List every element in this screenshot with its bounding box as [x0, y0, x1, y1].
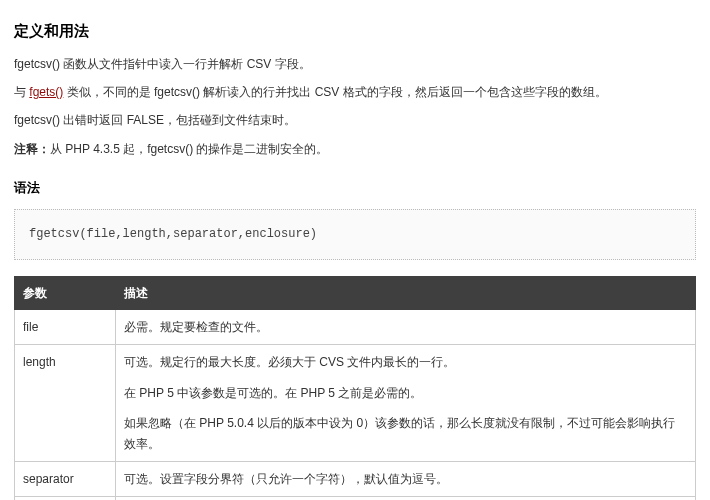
params-table: 参数 描述 file必需。规定要检查的文件。length可选。规定行的最大长度。… [14, 276, 696, 500]
fgets-link[interactable]: fgets() [29, 85, 63, 99]
intro-paragraph-1: fgetcsv() 函数从文件指针中读入一行并解析 CSV 字段。 [14, 54, 696, 74]
section-heading: 定义和用法 [14, 18, 696, 44]
syntax-code: fgetcsv(file,length,separator,enclosure) [14, 209, 696, 259]
table-row: length可选。规定行的最大长度。必须大于 CVS 文件内最长的一行。在 PH… [15, 345, 696, 462]
intro-paragraph-3: fgetcsv() 出错时返回 FALSE，包括碰到文件结束时。 [14, 110, 696, 130]
param-desc: 可选。设置字段分界符（只允许一个字符），默认值为逗号。 [116, 461, 696, 496]
note-body: 从 PHP 4.3.5 起，fgetcsv() 的操作是二进制安全的。 [50, 142, 329, 156]
intro-paragraph-2: 与 fgets() 类似，不同的是 fgetcsv() 解析读入的行并找出 CS… [14, 82, 696, 102]
th-desc: 描述 [116, 276, 696, 309]
param-desc-line: 如果忽略（在 PHP 5.0.4 以后的版本中设为 0）该参数的话，那么长度就没… [124, 413, 687, 454]
intro2-a: 与 [14, 85, 29, 99]
param-name: file [15, 309, 116, 344]
note-paragraph: 注释：从 PHP 4.3.5 起，fgetcsv() 的操作是二进制安全的。 [14, 139, 696, 159]
param-desc-line: 在 PHP 5 中该参数是可选的。在 PHP 5 之前是必需的。 [124, 383, 687, 403]
th-param: 参数 [15, 276, 116, 309]
table-row: file必需。规定要检查的文件。 [15, 309, 696, 344]
intro2-b: 类似，不同的是 fgetcsv() 解析读入的行并找出 CSV 格式的字段，然后… [63, 85, 606, 99]
param-desc-line: 可选。规定行的最大长度。必须大于 CVS 文件内最长的一行。 [124, 352, 687, 372]
param-desc-line: 可选。设置字段分界符（只允许一个字符），默认值为逗号。 [124, 469, 687, 489]
param-name: separator [15, 461, 116, 496]
param-desc: 必需。规定要检查的文件。 [116, 309, 696, 344]
syntax-heading: 语法 [14, 177, 696, 199]
param-name: length [15, 345, 116, 462]
param-desc: 可选。规定行的最大长度。必须大于 CVS 文件内最长的一行。在 PHP 5 中该… [116, 345, 696, 462]
table-row: separator可选。设置字段分界符（只允许一个字符），默认值为逗号。 [15, 461, 696, 496]
note-label: 注释： [14, 142, 50, 156]
param-desc-line: 必需。规定要检查的文件。 [124, 317, 687, 337]
